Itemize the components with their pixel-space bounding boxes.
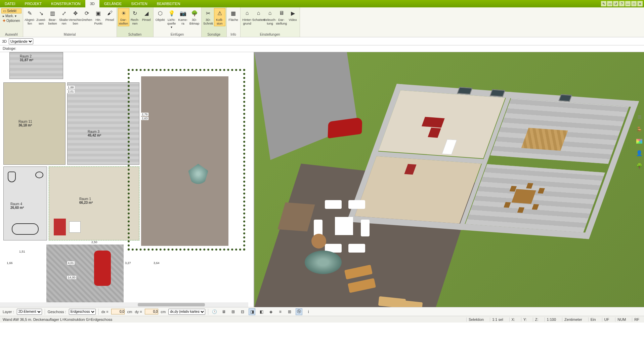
selekt-button[interactable]: ▭ Selekt [1, 8, 22, 13]
darstellung-button[interactable]: 🖥Dar- stellung [276, 8, 287, 26]
bmp3d-button[interactable]: 🌳3D- Bitmap [189, 8, 200, 26]
dimension-label: 1,88 [67, 86, 75, 89]
help-icon[interactable]: ? [619, 1, 625, 6]
ribbon-group-auswahl: ▭ Selekt ▸ Mark. ▾ ✚ Optionen Auswahl [0, 7, 23, 37]
status-text: Wand AW 36,5 m. Deckenauflager L=Konstru… [3, 317, 112, 322]
bearbeiten-button[interactable]: ▥Bear- beiten [47, 8, 58, 26]
optionen-button[interactable]: ✚ Optionen [1, 18, 22, 23]
2d-floorplan-pane[interactable]: Raum 231,87 m² Raum 1136,18 m² Raum 345,… [0, 52, 254, 307]
snap3-icon[interactable]: ◨ [249, 308, 255, 315]
status-num: NUM [615, 317, 628, 322]
tab-3d[interactable]: 3D [85, 0, 99, 7]
mark-button[interactable]: ▸ Mark. ▾ [1, 14, 22, 18]
objekt-button[interactable]: ⬡Objekt [155, 8, 166, 23]
status-units: Zentimeter [562, 317, 584, 322]
minimize-icon[interactable]: — [625, 1, 631, 6]
snap2-icon[interactable]: ⊟ [239, 308, 246, 315]
status-bar: Wand AW 36,5 m. Deckenauflager L=Konstru… [0, 316, 644, 323]
layer-label: Layer : [3, 310, 14, 314]
pinsel-button[interactable]: 🖌Pinsel [104, 8, 116, 23]
cursor-icon[interactable]: Ꭵ [305, 308, 312, 315]
layer-select[interactable]: 2D-Element [17, 309, 42, 315]
schatten2-button[interactable]: ⌂Schatten [253, 8, 264, 23]
bottom-toolbar: Layer : 2D-Element Geschoss : Erdgeschos… [0, 307, 644, 316]
dx-input[interactable] [111, 309, 125, 314]
video-button[interactable]: ▶Video [287, 8, 299, 23]
pinsel2-button[interactable]: ◢Pinsel [141, 8, 152, 23]
furniture-icon[interactable]: 🪑 [636, 126, 643, 133]
maximize-icon[interactable]: □ [631, 1, 637, 6]
kamera-button[interactable]: 📷Kame- ra [177, 8, 189, 26]
schnitt3d-button[interactable]: ✂3D- Schnitt [203, 8, 214, 26]
snap1-icon[interactable]: ⊞ [230, 308, 237, 315]
verschieben-button[interactable]: ✥Verschie- ben [70, 8, 81, 26]
person-icon[interactable]: 👤 [636, 150, 643, 156]
abgreifen-button[interactable]: ✎Abgrei- fen [24, 8, 36, 26]
ribbon-group-material: ✎Abgrei- fen↘Zuwei- sen▥Bear- beiten⤢Ska… [23, 7, 117, 37]
monitor-icon[interactable]: 🖥 [220, 308, 227, 315]
ribbon-button-label: Kolli- sion [216, 18, 223, 25]
hintergrund-button[interactable]: ⌂Hinter- grund [242, 8, 253, 26]
dimension-label: 1,66 [6, 261, 13, 265]
tab-konstruktion[interactable]: KONSTRUKTION [46, 0, 85, 7]
ribbon-button-label: Beleuch- tung [264, 18, 276, 25]
ribbon-group-label: Info [227, 32, 240, 37]
terrain-select[interactable]: Urgelände [9, 38, 33, 44]
dx-unit: cm [127, 310, 132, 314]
hinpunkt-button[interactable]: ▣Hin. Punkt [93, 8, 104, 26]
snap6-icon[interactable]: ≡ [277, 308, 284, 315]
tab-bearbeiten[interactable]: BEARBEITEN [152, 0, 185, 7]
tab-gelaende[interactable]: GELÄNDE [99, 0, 127, 7]
darstellen-button[interactable]: ☀Dar- stellen [118, 8, 129, 26]
room-label: Raum 231,87 m² [20, 54, 33, 62]
form-icon[interactable]: ▭ [607, 1, 612, 6]
ribbon-group-label: Schatten [117, 32, 153, 37]
pin-icon[interactable]: ✎ [601, 1, 606, 6]
close-icon[interactable]: ✕ [637, 1, 643, 6]
flaeche-button[interactable]: ▦Fläche [228, 8, 239, 23]
window-controls: ✎ ▭ ↺ ? — □ ✕ [601, 0, 644, 7]
bathtub-icon [12, 223, 39, 235]
darstellung-icon: 🖥 [277, 9, 286, 17]
video-icon: ▶ [289, 9, 297, 17]
skalieren-button[interactable]: ⤢Skalie- ren [58, 8, 70, 26]
status-rf: RF [632, 317, 641, 322]
beleuchtung-button[interactable]: ⌂Beleuch- tung [264, 8, 276, 26]
umbrella-3d [305, 251, 342, 274]
3d-view-pane[interactable] [254, 52, 644, 307]
ribbon-button-label: Skalie- ren [59, 18, 69, 25]
tab-datei[interactable]: DATEI [0, 0, 20, 7]
schnitt3d-icon: ✂ [204, 9, 212, 17]
north-icon[interactable]: Ⓝ [296, 308, 302, 315]
geschoss-label: Geschoss : [48, 310, 66, 314]
sofa-icon [54, 219, 66, 235]
tab-projekt[interactable]: PROJEKT [20, 0, 47, 7]
coord-mode-select[interactable]: dx,dy (relativ kartesisch) [168, 309, 205, 315]
colors-icon[interactable] [636, 139, 642, 144]
main-split: Raum 231,87 m² Raum 1136,18 m² Raum 345,… [0, 52, 644, 307]
car-icon [94, 251, 111, 286]
ribbon-button-label: Kame- ra [178, 18, 188, 25]
side-palette: ≣ 🪑 👤 🌳 [636, 113, 643, 169]
kollision-button[interactable]: ⚠Kolli- sion [214, 8, 225, 26]
tab-sichten[interactable]: SICHTEN [126, 0, 152, 7]
layers-icon[interactable]: ≣ [636, 113, 643, 120]
zuweisen-button[interactable]: ↘Zuwei- sen [36, 8, 47, 26]
rechnen-icon: ↻ [131, 9, 139, 17]
snap5-icon[interactable]: ◈ [267, 308, 274, 315]
dy-input[interactable] [145, 309, 158, 314]
driveway [46, 244, 124, 303]
clock-icon[interactable]: 🕓 [211, 308, 218, 315]
snap4-icon[interactable]: ◧ [258, 308, 265, 315]
dy-unit: cm [161, 310, 166, 314]
h-scrollbar[interactable] [0, 302, 248, 307]
drehen-button[interactable]: ⟳Drehen [81, 8, 93, 23]
geschoss-select[interactable]: Erdgeschoss [69, 309, 96, 315]
ribbon-button-label: Video [289, 18, 297, 22]
licht-button[interactable]: 💡Licht- quelle ▾ [166, 8, 177, 30]
status-z: Z: [533, 317, 541, 322]
history-icon[interactable]: ↺ [613, 1, 618, 6]
rechnen-button[interactable]: ↻Rech- nen [129, 8, 141, 26]
tree-icon[interactable]: 🌳 [636, 162, 643, 169]
grid-icon[interactable]: ⊞ [286, 308, 293, 315]
